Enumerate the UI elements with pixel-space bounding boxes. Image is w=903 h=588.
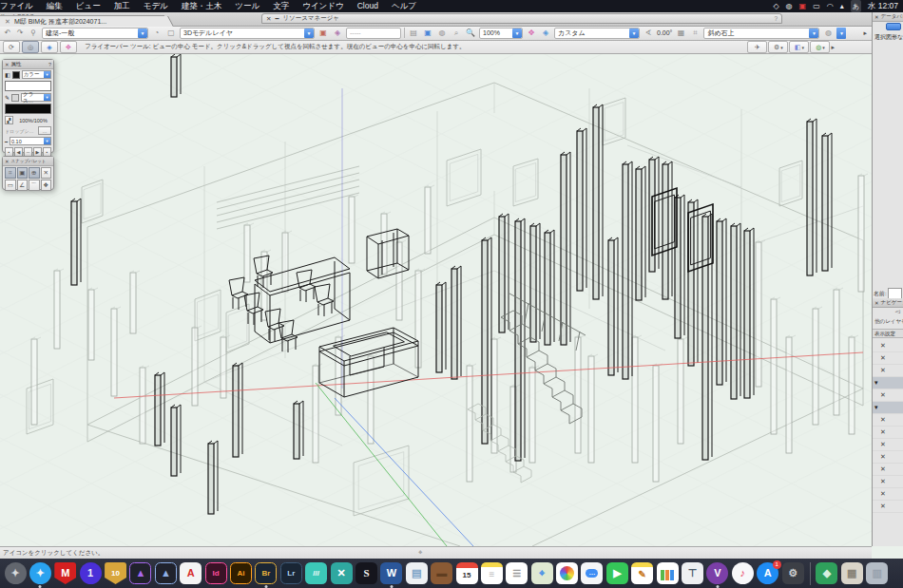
drop-shadow-button[interactable]: … bbox=[38, 126, 51, 135]
menu-item[interactable]: Cloud bbox=[351, 1, 385, 12]
launchpad[interactable]: ✦ bbox=[4, 561, 27, 586]
vectorworks[interactable]: V bbox=[706, 561, 729, 586]
layer-row-4[interactable]: ✕ bbox=[873, 389, 903, 402]
layer-row-3[interactable]: ▾ bbox=[873, 377, 903, 389]
attributes-help-icon[interactable]: ? bbox=[48, 62, 51, 67]
class-dropdown-caret[interactable]: ▼ bbox=[138, 28, 147, 38]
fill-bucket-icon[interactable]: ◧ bbox=[5, 71, 10, 78]
eject-status-icon[interactable]: ▴ bbox=[840, 0, 844, 12]
view-dropdown-caret[interactable]: ▼ bbox=[809, 28, 818, 38]
app-store[interactable]: A1 bbox=[757, 561, 779, 586]
snap-smart-edge[interactable]: ∠ bbox=[17, 180, 29, 191]
trash[interactable]: ▥ bbox=[866, 561, 889, 586]
snap-intersection[interactable]: ✕ bbox=[41, 167, 52, 179]
flyover-mode-interactive-icon[interactable]: ✥ bbox=[60, 41, 77, 53]
saved-view-dropdown[interactable]: カスタム ▼ bbox=[554, 28, 640, 39]
layer-options-icon[interactable]: ◔ bbox=[151, 28, 163, 37]
messages[interactable]: … bbox=[581, 561, 604, 586]
layer-dropdown[interactable]: 3Dモデルレイヤ ▼ bbox=[180, 28, 315, 39]
snap-palette-header[interactable]: ✕ スナップパレット bbox=[3, 157, 53, 166]
modebar-overflow-button[interactable]: ▸ bbox=[831, 44, 835, 51]
illustrator[interactable]: Ai bbox=[230, 561, 253, 586]
system-preferences[interactable]: ⚙ bbox=[781, 561, 804, 586]
numbers[interactable] bbox=[656, 561, 679, 586]
menu-item[interactable]: ビュー bbox=[69, 1, 107, 12]
image-file[interactable]: ▦ bbox=[840, 561, 863, 586]
render-style-dropdown[interactable]: ◧▾ bbox=[789, 41, 809, 53]
fill-style-dropdown[interactable]: カラー ▼ bbox=[22, 70, 51, 79]
leather-app[interactable]: ▬ bbox=[431, 561, 453, 586]
binoculars-icon[interactable]: ⌕ bbox=[451, 28, 462, 38]
fit-page-icon[interactable]: ◈ bbox=[540, 28, 551, 37]
document-tab[interactable]: ✕ M邸 BIM化 推進本部2024071... bbox=[0, 15, 164, 27]
viewbar-overflow-button[interactable]: ▸ bbox=[863, 29, 869, 37]
layer-row-10[interactable]: ✕ bbox=[873, 464, 903, 476]
fit-objects-icon[interactable]: ✥ bbox=[526, 28, 537, 37]
flyover-mode-object-center-icon[interactable]: ⟳ bbox=[3, 41, 20, 53]
resource-manager-titlebar[interactable]: ✕ ━ リソースマネージャ ? bbox=[261, 13, 782, 24]
snap-tangent[interactable]: ⌒ bbox=[29, 180, 40, 191]
layer-row-9[interactable]: ✕ bbox=[873, 451, 903, 464]
snap-working-plane[interactable]: ❖ bbox=[41, 180, 52, 191]
snap-close-icon[interactable]: ✕ bbox=[5, 159, 10, 164]
render-quality-dropdown[interactable]: ◍▾ bbox=[810, 41, 830, 53]
mcafee[interactable]: M bbox=[54, 561, 77, 586]
menu-item[interactable]: 編集 bbox=[40, 1, 69, 12]
layer-row-12[interactable]: ✕ bbox=[873, 488, 903, 501]
data-palette-tab-button[interactable] bbox=[886, 23, 901, 30]
app-x[interactable]: ✕ bbox=[330, 561, 353, 586]
flyover-mode-view-center-icon[interactable]: ◎ bbox=[22, 41, 39, 53]
layer-row-2[interactable]: ✕ bbox=[873, 365, 903, 377]
pen-style-dropdown[interactable]: クラス… ▼ bbox=[21, 93, 51, 102]
opacity-value[interactable]: 100%/100% bbox=[15, 118, 51, 123]
layer-row-11[interactable]: ✕ bbox=[873, 476, 903, 488]
search-box[interactable]: ----- bbox=[346, 28, 401, 39]
layer-row-6[interactable]: ✕ bbox=[873, 414, 903, 427]
layer-row-0[interactable]: ✕ bbox=[873, 340, 903, 352]
scrivener[interactable]: S bbox=[355, 561, 377, 586]
opacity-icon[interactable]: ▞ bbox=[5, 116, 13, 124]
saved-views-icon[interactable]: ⚲ bbox=[28, 28, 39, 37]
layer-row-13[interactable]: ✕ bbox=[873, 501, 903, 513]
preview[interactable]: ▤ bbox=[405, 561, 428, 586]
affinity-designer[interactable]: ▲ bbox=[154, 561, 177, 586]
snap-angle[interactable]: ⊕ bbox=[29, 167, 40, 179]
rm-close-icon[interactable]: ✕ bbox=[266, 15, 271, 23]
acrobat[interactable]: A bbox=[180, 561, 202, 586]
pen-color-chip[interactable] bbox=[11, 94, 19, 102]
calendar[interactable]: 15 bbox=[455, 561, 478, 586]
app-slashes[interactable]: /// bbox=[305, 561, 328, 586]
fill-color-swatch[interactable] bbox=[5, 81, 51, 91]
globe-icon[interactable]: ◍ bbox=[436, 28, 448, 37]
photos[interactable] bbox=[556, 561, 579, 586]
plan-rotation-icon[interactable]: ▦ bbox=[675, 28, 686, 37]
lightroom[interactable]: Lr bbox=[279, 561, 302, 586]
rm-minimize-icon[interactable]: ━ bbox=[275, 15, 279, 23]
layer-row-7[interactable]: ✕ bbox=[873, 427, 903, 439]
layer-row-5[interactable]: ▾ bbox=[873, 402, 903, 414]
indesign[interactable]: Id bbox=[204, 561, 227, 586]
zoom-dropdown[interactable]: 100% ▼ bbox=[479, 28, 523, 39]
word[interactable]: W bbox=[380, 561, 403, 586]
display-status-icon[interactable]: ▭ bbox=[813, 0, 820, 12]
bridge[interactable]: Br bbox=[255, 561, 278, 586]
pen-color-swatch[interactable] bbox=[5, 104, 51, 114]
facetime[interactable]: ▶ bbox=[605, 561, 628, 586]
capture-one[interactable]: 1 bbox=[79, 561, 102, 586]
visibility-column-header[interactable]: 表示設定 bbox=[873, 329, 903, 338]
update-icon[interactable]: ▣ bbox=[422, 28, 433, 37]
attributes-palette-header[interactable]: ✕ 属性 ? bbox=[3, 60, 53, 69]
flyover-tool-icon[interactable]: ✈ bbox=[747, 41, 767, 53]
menu-item[interactable]: ウインドウ bbox=[296, 1, 351, 12]
mcafee-status-icon[interactable]: ▣ bbox=[799, 0, 807, 12]
layer-row-8[interactable]: ✕ bbox=[873, 439, 903, 451]
flyover-mode-working-plane-icon[interactable]: ◈ bbox=[41, 41, 58, 53]
render-settings-dropdown[interactable]: ⚙▾ bbox=[768, 41, 788, 53]
menu-item[interactable]: ツール bbox=[228, 1, 266, 12]
wifi-status-icon[interactable]: ◠ bbox=[827, 0, 834, 12]
render-caret[interactable]: ▼ bbox=[836, 28, 846, 39]
menu-item[interactable]: モデル bbox=[137, 1, 175, 12]
rm-help-icon[interactable]: ? bbox=[774, 15, 778, 22]
viewport-icon[interactable]: ▣ bbox=[317, 28, 329, 37]
saved-view-caret[interactable]: ▼ bbox=[629, 28, 639, 38]
